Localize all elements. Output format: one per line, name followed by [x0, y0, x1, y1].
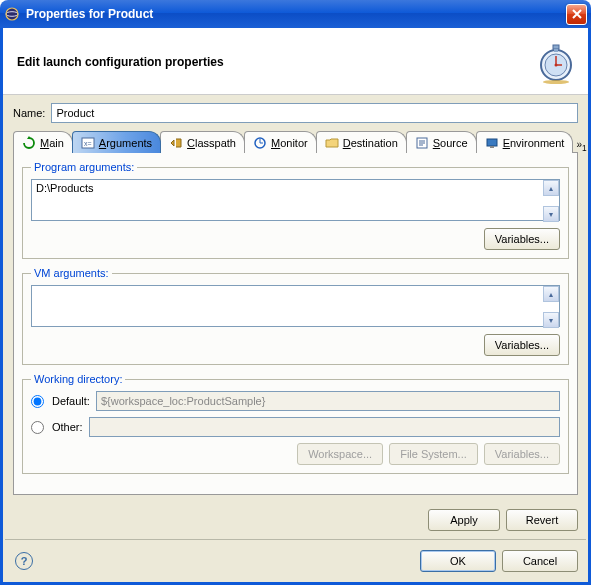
- other-path-input: [89, 417, 560, 437]
- help-icon[interactable]: ?: [15, 552, 33, 570]
- svg-point-10: [543, 80, 569, 84]
- scrollbar[interactable]: ▴▾: [543, 286, 559, 328]
- svg-point-9: [555, 64, 558, 67]
- tab-label: Monitor: [271, 137, 308, 149]
- program-args-legend: Program arguments:: [31, 161, 137, 173]
- header-text: Edit launch configuration properties: [17, 55, 534, 69]
- filesystem-button[interactable]: File System...: [389, 443, 478, 465]
- titlebar: Properties for Product: [0, 0, 591, 28]
- tab-label: Main: [40, 137, 64, 149]
- svg-rect-6: [554, 49, 558, 52]
- default-path-input: [96, 391, 560, 411]
- tab-label: Arguments: [99, 137, 152, 149]
- ok-button[interactable]: OK: [420, 550, 496, 572]
- workspace-button[interactable]: Workspace...: [297, 443, 383, 465]
- vm-args-textarea[interactable]: [31, 285, 560, 327]
- tab-environment[interactable]: Environment: [476, 131, 574, 153]
- tab-panel-arguments: Program arguments: ▴▾ Variables... VM ar…: [13, 152, 578, 495]
- program-args-variables-button[interactable]: Variables...: [484, 228, 560, 250]
- svg-text:x=: x=: [84, 140, 92, 147]
- wd-variables-button[interactable]: Variables...: [484, 443, 560, 465]
- tab-arguments[interactable]: x= Arguments: [72, 131, 161, 153]
- name-row: Name:: [13, 103, 578, 123]
- ok-cancel-row: ? OK Cancel: [3, 544, 588, 582]
- tab-monitor[interactable]: Monitor: [244, 131, 317, 153]
- default-label: Default:: [52, 395, 90, 407]
- monitor-icon: [253, 136, 267, 150]
- scrollbar[interactable]: ▴▾: [543, 180, 559, 222]
- eclipse-icon: [4, 6, 20, 22]
- name-input[interactable]: [51, 103, 578, 123]
- tab-classpath[interactable]: Classpath: [160, 131, 245, 153]
- content-area: Name: Main x= Arguments Classpath Monito…: [3, 95, 588, 501]
- tab-bar: Main x= Arguments Classpath Monitor Dest…: [13, 129, 578, 153]
- default-radio[interactable]: [31, 395, 44, 408]
- folder-icon: [325, 136, 339, 150]
- other-radio[interactable]: [31, 421, 44, 434]
- more-tabs-indicator[interactable]: »1: [574, 139, 588, 153]
- tab-source[interactable]: Source: [406, 131, 477, 153]
- classpath-icon: [169, 136, 183, 150]
- vm-args-variables-button[interactable]: Variables...: [484, 334, 560, 356]
- apply-button[interactable]: Apply: [428, 509, 500, 531]
- vm-args-group: VM arguments: ▴▾ Variables...: [22, 267, 569, 365]
- program-args-group: Program arguments: ▴▾ Variables...: [22, 161, 569, 259]
- tab-destination[interactable]: Destination: [316, 131, 407, 153]
- divider: [5, 539, 586, 540]
- program-args-textarea[interactable]: [31, 179, 560, 221]
- args-icon: x=: [81, 136, 95, 150]
- refresh-icon: [22, 136, 36, 150]
- tab-label: Classpath: [187, 137, 236, 149]
- cancel-button[interactable]: Cancel: [502, 550, 578, 572]
- tab-label: Environment: [503, 137, 565, 149]
- svg-rect-20: [487, 139, 497, 146]
- environment-icon: [485, 136, 499, 150]
- working-directory-legend: Working directory:: [31, 373, 125, 385]
- close-button[interactable]: [566, 4, 587, 25]
- tab-label: Source: [433, 137, 468, 149]
- svg-rect-5: [553, 45, 559, 49]
- vm-args-legend: VM arguments:: [31, 267, 112, 279]
- tab-main[interactable]: Main: [13, 131, 73, 153]
- apply-revert-row: Apply Revert: [3, 501, 588, 535]
- source-icon: [415, 136, 429, 150]
- header-band: Edit launch configuration properties: [3, 28, 588, 95]
- name-label: Name:: [13, 107, 45, 119]
- working-directory-group: Working directory: Default: Other: Works…: [22, 373, 569, 474]
- other-label: Other:: [52, 421, 83, 433]
- stopwatch-icon: [534, 40, 578, 84]
- revert-button[interactable]: Revert: [506, 509, 578, 531]
- window-body: Edit launch configuration properties Nam…: [0, 28, 591, 585]
- window-title: Properties for Product: [26, 7, 566, 21]
- svg-rect-21: [490, 146, 494, 148]
- tab-label: Destination: [343, 137, 398, 149]
